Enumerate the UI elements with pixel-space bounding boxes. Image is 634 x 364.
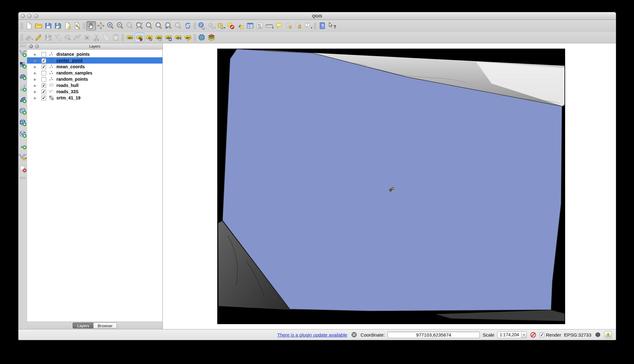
map-canvas[interactable] <box>163 43 616 329</box>
add-wfs-layer-button[interactable] <box>19 130 27 138</box>
layer-item-roads_33S[interactable]: ▶✓roads_33S <box>27 89 162 95</box>
layer-item-random_samples[interactable]: ▶random_samples <box>27 70 162 76</box>
coordinate-capture-button[interactable] <box>197 33 207 42</box>
stop-render-icon[interactable] <box>530 331 537 338</box>
new-project-button[interactable] <box>24 21 34 31</box>
rotate-label-button[interactable]: abc <box>173 33 183 42</box>
pan-to-selection-button[interactable] <box>96 21 106 31</box>
add-wms-layer-button[interactable] <box>19 107 27 115</box>
add-spatialite-layer-button[interactable] <box>19 84 27 92</box>
checkbox-check-icon[interactable]: ✓ <box>540 333 544 337</box>
add-delimited-text-layer-button[interactable]: , <box>19 141 27 150</box>
processing-layers-button[interactable] <box>207 33 216 42</box>
tab-layers[interactable]: Layers <box>73 323 93 328</box>
select-by-expression-button[interactable]: ε <box>236 21 245 31</box>
expander-icon[interactable]: ▶ <box>34 65 38 69</box>
layer-item-roads_hull[interactable]: ▶✓roads_hull <box>27 82 162 89</box>
layer-checkbox[interactable]: ✓ <box>41 96 46 100</box>
add-wcs-layer-button[interactable] <box>19 118 27 127</box>
remove-layer-button[interactable] <box>19 165 27 173</box>
text-annotation-button[interactable]: T▾ <box>303 21 313 31</box>
layer-item-mean_coords[interactable]: ▶✓mean_coords <box>27 64 162 70</box>
dropdown-arrow-icon[interactable]: ▾ <box>224 26 225 31</box>
crs-status-icon[interactable] <box>594 331 601 338</box>
layer-checkbox[interactable] <box>41 52 46 57</box>
expander-icon[interactable]: ▶ <box>34 90 38 93</box>
toolbar-drag-handle[interactable] <box>21 34 23 41</box>
expander-icon[interactable]: ▶ <box>34 78 38 81</box>
dropdown-arrow-icon[interactable]: ▾ <box>31 38 33 42</box>
layer-item-srtm_41_19[interactable]: ▶✓srtm_41_19 <box>27 95 162 101</box>
layer-item-distance_points[interactable]: ▶distance_points <box>27 51 162 57</box>
layer-checkbox[interactable]: ✓ <box>41 58 46 63</box>
help-contents-button[interactable]: ? <box>317 21 327 31</box>
toolbar-drag-handle[interactable] <box>20 177 26 180</box>
dropdown-arrow-icon[interactable]: ▾ <box>272 26 274 31</box>
panel-float-icon[interactable] <box>35 44 39 48</box>
move-label-button[interactable]: abc <box>164 33 173 42</box>
add-raster-layer-button[interactable] <box>19 61 27 69</box>
labeling-button[interactable]: abc <box>125 33 135 42</box>
zoom-last-button[interactable] <box>164 21 173 31</box>
zoom-window-button[interactable] <box>34 14 38 18</box>
expander-icon[interactable]: ▶ <box>34 71 38 75</box>
layer-checkbox[interactable] <box>41 71 46 75</box>
open-attribute-table-button[interactable] <box>245 21 255 31</box>
map-tips-button[interactable] <box>274 21 284 31</box>
pan-map-button[interactable] <box>86 21 96 31</box>
show-hide-labels-button[interactable]: abc <box>154 33 164 42</box>
whats-this-button[interactable]: ? <box>327 21 337 31</box>
close-window-button[interactable] <box>21 14 25 18</box>
plugin-update-link[interactable]: There is a plugin update available <box>277 332 347 338</box>
zoom-out-button[interactable] <box>115 21 125 31</box>
toolbar-drag-handle[interactable] <box>20 45 26 48</box>
new-shapefile-layer-button[interactable]: ▾ <box>19 153 27 161</box>
add-mssql-layer-button[interactable] <box>19 95 27 103</box>
panel-close-icon[interactable]: × <box>29 44 33 48</box>
save-project-as-button[interactable] <box>53 21 63 31</box>
add-vector-layer-button[interactable] <box>19 49 27 57</box>
layer-checkbox[interactable]: ✓ <box>41 83 46 88</box>
pin-unpin-labels-button[interactable]: ab <box>135 33 144 42</box>
change-label-button[interactable]: abc <box>183 33 193 42</box>
chevron-down-icon[interactable]: ▾ <box>521 332 526 338</box>
new-bookmark-button[interactable] <box>284 21 294 31</box>
coordinate-input[interactable] <box>387 332 480 338</box>
measure-line-button[interactable]: ▾ <box>265 21 274 31</box>
zoom-to-layer-button[interactable] <box>154 21 164 31</box>
layer-item-random_points[interactable]: ▶random_points <box>27 76 162 82</box>
render-checkbox[interactable]: ✓ Render <box>540 332 561 338</box>
expander-icon[interactable]: ▶ <box>34 59 38 62</box>
layer-checkbox[interactable] <box>41 77 46 82</box>
layer-item-center_point[interactable]: ▶✓center_point <box>27 57 162 64</box>
titlebar[interactable]: QGIS <box>18 12 616 20</box>
log-messages-warning-icon[interactable] <box>604 331 612 338</box>
open-project-button[interactable] <box>34 21 43 31</box>
add-postgis-layer-button[interactable] <box>19 72 27 80</box>
dropdown-arrow-icon[interactable]: ▾ <box>25 157 27 161</box>
composer-manager-button[interactable] <box>72 21 82 31</box>
zoom-to-selection-button[interactable] <box>144 21 154 31</box>
field-calculator-button[interactable] <box>255 21 265 31</box>
layer-checkbox[interactable]: ✓ <box>41 89 46 94</box>
expander-icon[interactable]: ▶ <box>34 84 38 87</box>
new-print-composer-button[interactable] <box>63 21 72 31</box>
select-features-button[interactable]: ▾ <box>216 21 226 31</box>
zoom-full-extent-button[interactable] <box>135 21 144 31</box>
expander-icon[interactable]: ▶ <box>34 96 38 100</box>
tab-browser[interactable]: Browser <box>93 323 117 328</box>
dropdown-arrow-icon[interactable]: ▾ <box>214 26 216 31</box>
dropdown-arrow-icon[interactable]: ▾ <box>311 26 312 31</box>
refresh-map-button[interactable] <box>183 21 193 31</box>
show-bookmarks-button[interactable] <box>294 21 303 31</box>
identify-features-button[interactable]: i <box>197 21 207 31</box>
save-project-button[interactable] <box>43 21 53 31</box>
layer-checkbox[interactable]: ✓ <box>41 65 46 69</box>
plugin-icon[interactable] <box>351 331 358 338</box>
expander-icon[interactable]: ▶ <box>34 53 38 56</box>
minimize-window-button[interactable] <box>27 14 31 18</box>
highlight-pinned-labels-button[interactable]: ab <box>144 33 154 42</box>
toolbar-drag-handle[interactable] <box>21 22 23 29</box>
toggle-editing-button[interactable] <box>34 33 43 42</box>
zoom-in-button[interactable] <box>106 21 115 31</box>
